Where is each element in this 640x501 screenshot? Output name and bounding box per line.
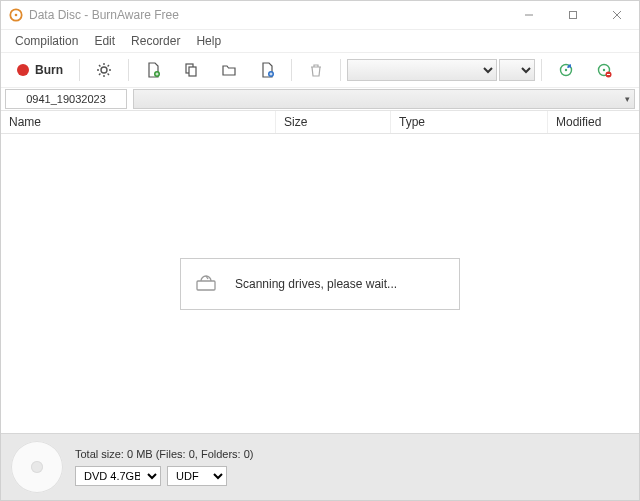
disc-graphic-icon	[11, 441, 63, 493]
eject-drive-button[interactable]	[586, 57, 622, 83]
svg-line-4	[613, 11, 621, 19]
file-plus-icon	[259, 62, 275, 78]
file-add-icon	[145, 62, 161, 78]
burn-button[interactable]: Burn	[7, 57, 73, 83]
svg-rect-17	[189, 67, 196, 76]
scanning-dialog: Scanning drives, please wait...	[180, 258, 460, 310]
new-file-button[interactable]	[249, 57, 285, 83]
svg-point-1	[15, 14, 18, 17]
status-info: Total size: 0 MB (Files: 0, Folders: 0) …	[75, 448, 254, 486]
svg-line-13	[99, 74, 100, 75]
statusbar: Total size: 0 MB (Files: 0, Folders: 0) …	[1, 433, 639, 500]
filesystem-select[interactable]: UDF	[167, 466, 227, 486]
svg-point-0	[10, 9, 21, 20]
menubar: Compilation Edit Recorder Help	[1, 30, 639, 53]
separator	[541, 59, 542, 81]
svg-line-27	[206, 276, 208, 279]
column-headers: Name Size Type Modified	[1, 111, 639, 134]
svg-point-22	[599, 65, 610, 76]
copy-button[interactable]	[173, 57, 209, 83]
drive-select[interactable]	[347, 59, 497, 81]
speed-select[interactable]	[499, 59, 535, 81]
separator	[128, 59, 129, 81]
burn-label: Burn	[35, 63, 63, 77]
total-size-text: Total size: 0 MB (Files: 0, Folders: 0)	[75, 448, 254, 460]
file-list-area: Scanning drives, please wait...	[1, 134, 639, 433]
svg-rect-25	[607, 74, 610, 75]
copy-icon	[183, 62, 199, 78]
column-modified[interactable]: Modified	[548, 111, 639, 133]
svg-line-12	[108, 74, 109, 75]
gear-icon	[96, 62, 112, 78]
menu-compilation[interactable]: Compilation	[7, 32, 86, 50]
trash-icon	[308, 62, 324, 78]
add-folder-button[interactable]	[211, 57, 247, 83]
svg-line-14	[108, 65, 109, 66]
column-type[interactable]: Type	[391, 111, 548, 133]
disc-eject-icon	[596, 62, 612, 78]
record-icon	[17, 64, 29, 76]
chevron-down-icon: ▾	[625, 94, 630, 104]
disc-label-input[interactable]: 0941_19032023	[5, 89, 127, 109]
close-button[interactable]	[595, 1, 639, 29]
maximize-button[interactable]	[551, 1, 595, 29]
refresh-drive-button[interactable]	[548, 57, 584, 83]
folder-icon	[221, 62, 237, 78]
menu-recorder[interactable]: Recorder	[123, 32, 188, 50]
main-window: Data Disc - BurnAware Free Compilation E…	[0, 0, 640, 501]
svg-point-15	[154, 71, 160, 77]
svg-point-6	[101, 67, 107, 73]
drive-scan-icon	[195, 271, 217, 296]
window-controls	[507, 1, 639, 29]
svg-marker-21	[568, 65, 571, 68]
svg-point-24	[606, 72, 612, 78]
svg-rect-26	[197, 281, 215, 290]
app-icon	[9, 8, 23, 22]
svg-point-18	[268, 71, 274, 77]
disc-bar: 0941_19032023 ▾	[1, 88, 639, 111]
scanning-message: Scanning drives, please wait...	[235, 277, 397, 291]
minimize-button[interactable]	[507, 1, 551, 29]
media-type-select[interactable]: DVD 4.7GB	[75, 466, 161, 486]
delete-button[interactable]	[298, 57, 334, 83]
add-file-button[interactable]	[135, 57, 171, 83]
options-button[interactable]	[86, 57, 122, 83]
svg-rect-3	[570, 12, 577, 19]
column-size[interactable]: Size	[276, 111, 391, 133]
separator	[340, 59, 341, 81]
menu-help[interactable]: Help	[188, 32, 229, 50]
separator	[79, 59, 80, 81]
disc-refresh-icon	[558, 62, 574, 78]
svg-point-23	[603, 69, 605, 71]
titlebar: Data Disc - BurnAware Free	[1, 1, 639, 30]
menu-edit[interactable]: Edit	[86, 32, 123, 50]
window-title: Data Disc - BurnAware Free	[29, 8, 507, 22]
separator	[291, 59, 292, 81]
svg-point-19	[561, 65, 572, 76]
svg-rect-16	[186, 64, 193, 73]
svg-point-20	[565, 69, 567, 71]
capacity-bar[interactable]: ▾	[133, 89, 635, 109]
svg-line-11	[99, 65, 100, 66]
column-name[interactable]: Name	[1, 111, 276, 133]
svg-line-5	[613, 11, 621, 19]
toolbar: Burn	[1, 53, 639, 88]
